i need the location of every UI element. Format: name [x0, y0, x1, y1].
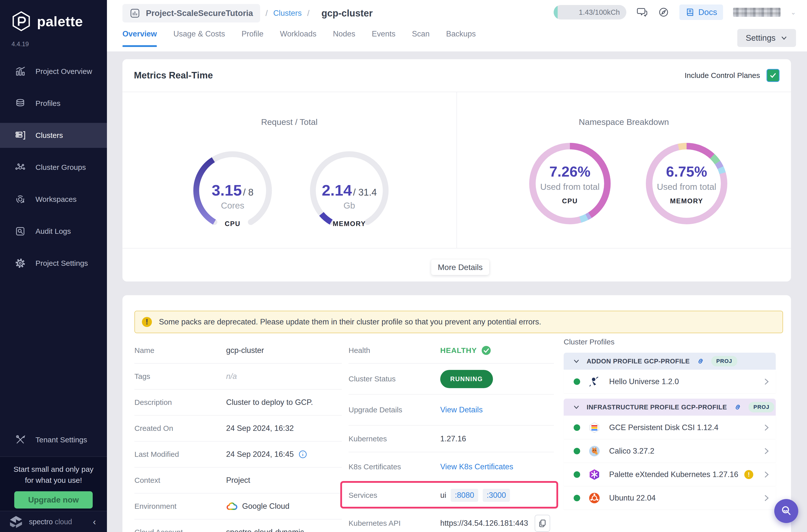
- divider: [456, 92, 457, 248]
- cpu-donut-value: 7.26% Used from total CPU: [527, 163, 612, 205]
- cpu-namespace-donut: 7.26% Used from total CPU: [527, 141, 612, 226]
- tab-events[interactable]: Events: [372, 30, 395, 47]
- tab-usage-costs[interactable]: Usage & Costs: [173, 30, 225, 47]
- profile-row-palette-extended-kubernetes[interactable]: Palette eXtended Kubernetes 1.27.16 !: [564, 463, 776, 486]
- detail-row-kubernetes: Kubernetes 1.27.16: [349, 425, 554, 452]
- sidebar-nav: Project Overview Profiles Clusters Clust…: [0, 59, 107, 283]
- hello-universe-icon: [588, 375, 601, 388]
- doc-search-icon: [15, 226, 26, 237]
- sidebar-item-label: Project Settings: [36, 259, 88, 267]
- usage-quota-pill[interactable]: 1.43/100kCh: [553, 5, 626, 19]
- tab-nodes[interactable]: Nodes: [333, 30, 355, 47]
- view-k8s-certificates-link[interactable]: View K8s Certificates: [440, 462, 513, 471]
- more-details-button[interactable]: More Details: [431, 260, 489, 275]
- memory-donut-value: 6.75% Used from total MEMORY: [644, 163, 729, 205]
- tools-icon: [15, 434, 26, 445]
- tab-profile[interactable]: Profile: [242, 30, 264, 47]
- server-icon: [15, 130, 26, 141]
- info-icon[interactable]: [298, 450, 307, 459]
- calico-icon: [588, 445, 601, 457]
- sidebar-item-label: Audit Logs: [36, 227, 71, 235]
- detail-row-environment: Environment Google Cloud: [134, 494, 342, 519]
- user-menu-chevron-icon[interactable]: ⌄: [790, 8, 796, 16]
- search-smile-icon: [780, 505, 793, 517]
- orbit-icon: [15, 194, 26, 205]
- docs-button[interactable]: Docs: [679, 4, 723, 20]
- status-dot: [574, 495, 580, 501]
- detail-row-health: Health HEALTHY: [349, 338, 554, 364]
- sidebar-item-label: Workspaces: [36, 195, 77, 204]
- sidebar-item-clusters[interactable]: Clusters: [0, 123, 107, 148]
- memory-gauge: 2.14 / 31.4 Gb MEMORY: [308, 149, 391, 232]
- collapse-sidebar-icon[interactable]: ‹: [93, 517, 96, 527]
- project-selector[interactable]: Project-ScaleSecureTutoria: [123, 4, 260, 22]
- include-control-planes-toggle: Include Control Planes: [684, 69, 780, 82]
- settings-button[interactable]: Settings: [737, 29, 796, 47]
- spectro-cloud-logo-icon: [9, 515, 23, 529]
- footer-brand: spectro cloud: [29, 518, 72, 526]
- service-name: ui: [440, 491, 446, 500]
- profile-row-ubuntu[interactable]: Ubuntu 22.04: [564, 487, 776, 510]
- sidebar-item-label: Clusters: [36, 131, 63, 140]
- google-cloud-icon: [226, 502, 238, 511]
- tab-backups[interactable]: Backups: [446, 30, 476, 47]
- chevron-down-icon: [781, 35, 788, 41]
- status-dot: [574, 471, 580, 478]
- tab-workloads[interactable]: Workloads: [280, 30, 317, 47]
- status-dot: [574, 378, 580, 385]
- cluster-details-middle: Health HEALTHY Cluster Status RUNNING Up…: [349, 338, 554, 532]
- view-details-link[interactable]: View Details: [440, 405, 483, 414]
- infrastructure-profile-section-header[interactable]: INFRASTRUCTURE PROFILE GCP-PROFILE PROJ: [564, 399, 776, 416]
- sidebar-item-workspaces[interactable]: Workspaces: [0, 187, 107, 212]
- cpu-gauge: 3.15 / 8 Cores CPU: [191, 149, 274, 232]
- gce-disk-icon: [588, 421, 601, 434]
- service-port-3000-link[interactable]: :3000: [483, 489, 510, 502]
- detail-row-created-on: Created On 24 Sep 2024, 16:32: [134, 416, 342, 442]
- profile-row-hello-universe[interactable]: Hello Universe 1.2.0: [564, 370, 776, 393]
- addon-profile-section-header[interactable]: ADDON PROFILE GCP-PROFILE PROJ: [564, 353, 776, 370]
- cluster-overview-card: ! Some packs are deprecated. Please upda…: [123, 295, 791, 532]
- sidebar-item-project-overview[interactable]: Project Overview: [0, 59, 107, 84]
- sidebar-item-audit-logs[interactable]: Audit Logs: [0, 219, 107, 244]
- tab-overview[interactable]: Overview: [123, 30, 157, 47]
- app-root: palette 4.4.19 Project Overview Profiles: [0, 0, 807, 532]
- memory-gauge-value: 2.14 / 31.4 Gb MEMORY: [308, 181, 391, 228]
- compass-icon[interactable]: [658, 6, 669, 18]
- detail-row-tags: Tags n/a: [134, 364, 342, 390]
- sidebar-tenant: Tenant Settings: [0, 428, 107, 459]
- breadcrumb-clusters-link[interactable]: Clusters: [273, 9, 302, 18]
- help-beacon-button[interactable]: [774, 499, 798, 523]
- gear-icon: [15, 258, 26, 269]
- status-dot: [574, 424, 580, 431]
- profile-row-calico[interactable]: Calico 3.27.2: [564, 440, 776, 462]
- brand-row: palette: [0, 0, 107, 32]
- header-actions: 1.43/100kCh Docs ⌄: [553, 4, 796, 20]
- cluster-profiles-title: Cluster Profiles: [564, 338, 776, 346]
- app-version: 4.4.19: [0, 32, 107, 48]
- copy-button[interactable]: [535, 515, 550, 532]
- profile-row-gce-persistent-disk[interactable]: GCE Persistent Disk CSI 1.12.4: [564, 416, 776, 439]
- upgrade-now-button[interactable]: Upgrade now: [14, 491, 93, 509]
- healthy-check-icon: [481, 345, 491, 356]
- link-icon: [734, 403, 742, 411]
- warning-icon: !: [142, 317, 152, 327]
- sidebar-footer: spectro cloud ‹: [0, 511, 107, 532]
- cluster-profiles-panel: Cluster Profiles ADDON PROFILE GCP-PROFI…: [564, 338, 776, 510]
- include-control-planes-checkbox[interactable]: [767, 69, 780, 82]
- sidebar-item-profiles[interactable]: Profiles: [0, 91, 107, 116]
- detail-row-cluster-status: Cluster Status RUNNING: [349, 364, 554, 395]
- user-name-redacted[interactable]: [733, 8, 781, 17]
- sidebar-item-cluster-groups[interactable]: Cluster Groups: [0, 155, 107, 180]
- copy-icon: [539, 519, 546, 527]
- tab-scan[interactable]: Scan: [412, 30, 430, 47]
- proj-badge: PROJ: [749, 402, 774, 412]
- chat-icon[interactable]: [636, 6, 648, 18]
- sidebar-item-project-settings[interactable]: Project Settings: [0, 251, 107, 276]
- memory-namespace-donut: 6.75% Used from total MEMORY: [644, 141, 729, 226]
- sidebar-item-tenant-settings[interactable]: Tenant Settings: [0, 428, 107, 452]
- include-control-planes-label: Include Control Planes: [684, 71, 760, 80]
- detail-row-name: Name gcp-cluster: [134, 338, 342, 364]
- service-port-8080-link[interactable]: :8080: [451, 489, 478, 502]
- cluster-details-left: Name gcp-cluster Tags n/a Description Cl…: [134, 338, 342, 532]
- sidebar: palette 4.4.19 Project Overview Profiles: [0, 0, 107, 532]
